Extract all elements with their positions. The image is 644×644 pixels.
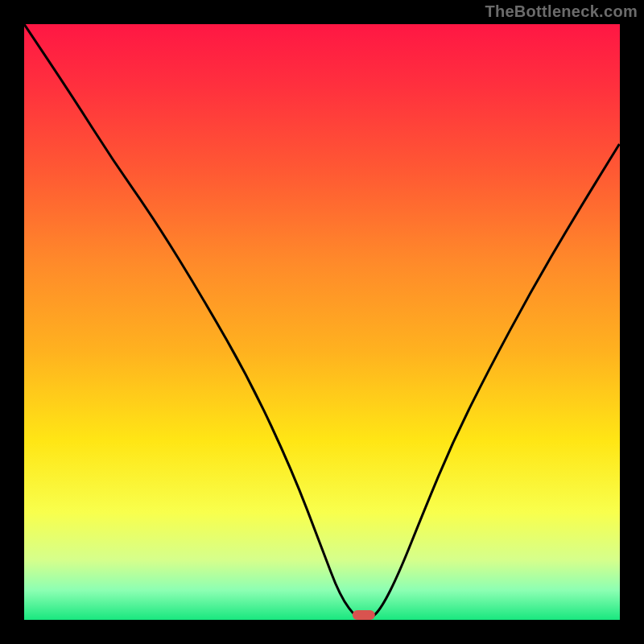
watermark-text: TheBottleneck.com <box>485 2 638 21</box>
plot-area <box>24 24 620 620</box>
bottleneck-chart-svg <box>24 24 620 620</box>
chart-container: TheBottleneck.com <box>0 0 644 644</box>
gradient-background <box>24 24 620 620</box>
optimum-marker <box>353 610 375 620</box>
